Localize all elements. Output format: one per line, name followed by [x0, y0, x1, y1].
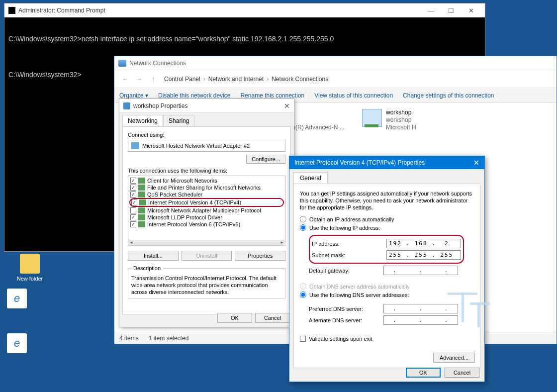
radio-input[interactable]	[300, 292, 306, 298]
minimize-button[interactable]: —	[421, 4, 441, 17]
conn-adapter: Microsoft H	[386, 124, 416, 131]
item-label: Client for Microsoft Networks	[147, 178, 217, 184]
ipv4-properties-dialog: Internet Protocol Version 4 (TCP/IPv4) P…	[289, 156, 485, 382]
circled-fields: IP address: Subnet mask:	[309, 235, 464, 264]
conn-name: workshop	[386, 109, 416, 116]
radio-label: Obtain an IP address automatically	[309, 216, 394, 222]
items-list[interactable]: ✓Client for Microsoft Networks ✓File and…	[128, 176, 285, 240]
list-item-ipv4[interactable]: ✓Internet Protocol Version 4 (TCP/IPv4)	[129, 198, 284, 207]
desktop-shortcut-1[interactable]: e	[2, 289, 32, 310]
close-button[interactable]: ✕	[473, 159, 479, 167]
ok-button[interactable]: OK	[217, 313, 252, 323]
organize-menu[interactable]: Organize ▾	[119, 92, 148, 99]
ip-address-input[interactable]	[386, 239, 461, 248]
scrollbar[interactable]	[128, 240, 285, 246]
gateway-input[interactable]	[383, 266, 458, 275]
radio-label: Use the following IP address:	[309, 225, 380, 231]
list-item[interactable]: ✓Internet Protocol Version 6 (TCP/IPv6)	[129, 221, 284, 228]
item-label: Microsoft LLDP Protocol Driver	[147, 214, 222, 220]
wp-titlebar[interactable]: workshop Properties ✕	[119, 99, 294, 113]
conn-status: workshop	[386, 116, 416, 124]
checkbox-icon[interactable]: ✓	[131, 199, 137, 205]
wp-tabs: Networking Sharing	[119, 113, 294, 126]
breadcrumb-leaf[interactable]: Network Connections	[272, 76, 328, 83]
rename-connection[interactable]: Rename this connection	[240, 92, 304, 99]
wp-icon	[123, 102, 130, 109]
connection-workshop[interactable]: workshop workshop Microsoft H	[362, 109, 422, 131]
component-icon	[138, 185, 145, 191]
checkbox-icon[interactable]: ✓	[130, 192, 136, 197]
nc-icon	[118, 60, 126, 67]
preferred-dns-input[interactable]	[383, 304, 458, 313]
description-group: Description Transmission Control Protoco…	[128, 265, 285, 299]
radio-auto-ip[interactable]: Obtain an IP address automatically	[300, 216, 474, 222]
component-icon	[139, 199, 146, 205]
breadcrumb-root[interactable]: Control Panel	[164, 76, 200, 83]
ip-titlebar[interactable]: Internet Protocol Version 4 (TCP/IPv4) P…	[289, 156, 484, 169]
item-label: Internet Protocol Version 4 (TCP/IPv4)	[148, 199, 241, 205]
radio-label: Obtain DNS server address automatically	[309, 284, 410, 290]
advanced-button[interactable]: Advanced...	[433, 353, 475, 363]
ok-button[interactable]: OK	[406, 368, 441, 378]
folder-label: New folder	[17, 276, 43, 282]
checkbox-icon[interactable]: ✓	[130, 178, 136, 184]
preferred-dns-label: Preferred DNS server:	[309, 306, 383, 312]
cmd-titlebar[interactable]: Administrator: Command Prompt — ☐ ✕	[4, 3, 485, 17]
back-button[interactable]: ←	[118, 73, 132, 85]
ip-tabs: General	[289, 169, 484, 184]
list-item[interactable]: ✓Client for Microsoft Networks	[129, 177, 284, 184]
close-button[interactable]: ✕	[461, 4, 481, 17]
nc-titlebar[interactable]: Network Connections	[114, 56, 557, 70]
forward-button[interactable]: →	[132, 73, 146, 85]
alternate-dns-label: Alternate DNS server:	[309, 317, 383, 323]
alternate-dns-input[interactable]	[383, 315, 458, 325]
checkbox-icon[interactable]: ✓	[130, 185, 136, 191]
list-item[interactable]: ✓Microsoft LLDP Protocol Driver	[129, 214, 284, 221]
tab-networking[interactable]: Networking	[122, 115, 163, 126]
description-text: Transmission Control Protocol/Internet P…	[131, 275, 277, 295]
close-button[interactable]: ✕	[284, 102, 290, 110]
nc-title: Network Connections	[129, 60, 186, 67]
tab-sharing[interactable]: Sharing	[163, 115, 194, 126]
watermark	[448, 293, 497, 332]
folder-icon	[20, 254, 40, 274]
cancel-button[interactable]: Cancel	[255, 313, 290, 323]
breadcrumb-mid[interactable]: Network and Internet	[208, 76, 264, 83]
install-button[interactable]: Install...	[128, 251, 179, 261]
radio-input[interactable]	[300, 216, 306, 222]
subnet-mask-input[interactable]	[386, 250, 461, 260]
up-button[interactable]: ↑	[146, 73, 160, 85]
wp-title-text: workshop Properties	[133, 102, 187, 109]
radio-manual-ip[interactable]: Use the following IP address:	[300, 224, 474, 231]
configure-button[interactable]: Configure...	[246, 155, 285, 164]
component-icon	[138, 207, 145, 213]
validate-checkbox[interactable]: Validate settings upon exit	[300, 336, 474, 342]
cmd-title: Administrator: Command Prompt	[18, 7, 105, 14]
checkbox-icon[interactable]	[130, 207, 136, 213]
change-settings[interactable]: Change settings of this connection	[403, 92, 494, 99]
tab-general[interactable]: General	[293, 172, 328, 184]
checkbox-icon[interactable]: ✓	[130, 214, 136, 220]
breadcrumb: Control Panel› Network and Internet› Net…	[164, 76, 328, 83]
items-label: This connection uses the following items…	[128, 168, 285, 174]
checkbox-icon[interactable]: ✓	[130, 221, 136, 227]
gateway-label: Default gateway:	[309, 268, 383, 274]
new-folder-icon[interactable]: New folder	[15, 254, 45, 282]
cmd-icon	[8, 7, 15, 14]
desktop-shortcut-2[interactable]: e	[2, 333, 32, 355]
workshop-icon	[362, 109, 382, 127]
radio-input[interactable]	[300, 224, 306, 231]
list-item[interactable]: ✓QoS Packet Scheduler	[129, 191, 284, 198]
cancel-button[interactable]: Cancel	[445, 368, 479, 378]
item-label: File and Printer Sharing for Microsoft N…	[147, 185, 261, 191]
maximize-button[interactable]: ☐	[441, 4, 461, 17]
radio-input	[300, 283, 306, 290]
radio-auto-dns: Obtain DNS server address automatically	[300, 283, 474, 290]
view-status[interactable]: View status of this connection	[314, 92, 393, 99]
list-item[interactable]: ✓File and Printer Sharing for Microsoft …	[129, 184, 284, 191]
list-item[interactable]: Microsoft Network Adapter Multiplexor Pr…	[129, 207, 284, 214]
disable-device[interactable]: Disable this network device	[158, 92, 230, 99]
connect-using-label: Connect using:	[128, 132, 285, 138]
checkbox-icon[interactable]	[300, 336, 306, 342]
properties-button[interactable]: Properties	[235, 251, 285, 261]
